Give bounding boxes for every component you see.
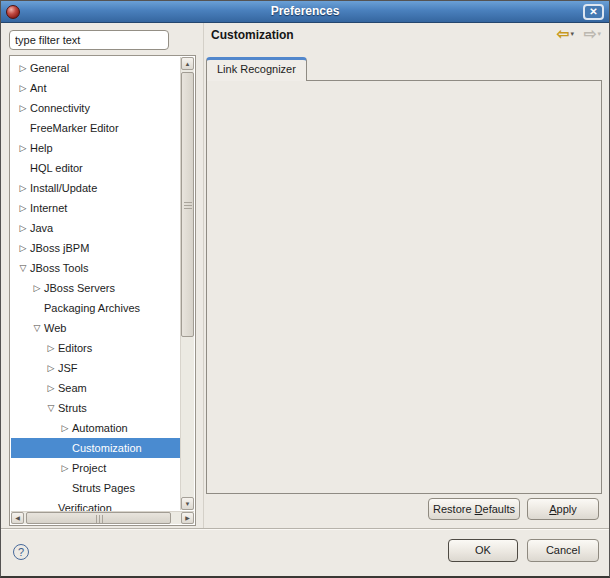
- cancel-button[interactable]: Cancel: [527, 539, 599, 562]
- tree-item-label: Struts Pages: [72, 482, 135, 494]
- tree-item-label: JSF: [58, 362, 78, 374]
- tree-item-seam[interactable]: ▷Seam: [11, 378, 180, 398]
- scroll-up-button[interactable]: ▲: [181, 57, 194, 70]
- collapsed-expander-icon[interactable]: ▷: [16, 58, 30, 78]
- collapsed-expander-icon[interactable]: ▷: [44, 358, 58, 378]
- close-button[interactable]: ✕: [583, 4, 604, 20]
- collapsed-expander-icon[interactable]: ▷: [16, 218, 30, 238]
- tree-item-struts[interactable]: ▽Struts: [11, 398, 180, 418]
- apply-button[interactable]: Apply: [527, 498, 599, 520]
- help-icon: ?: [18, 546, 24, 558]
- tree-item-ant[interactable]: ▷Ant: [11, 78, 180, 98]
- tree-item-hql-editor[interactable]: HQL editor: [11, 158, 180, 178]
- tree-item-label: Java: [30, 222, 53, 234]
- tree-item-label: JBoss Tools: [30, 262, 89, 274]
- tree-item-automation[interactable]: ▷Automation: [11, 418, 180, 438]
- tree-item-connectivity[interactable]: ▷Connectivity: [11, 98, 180, 118]
- tree-item-help[interactable]: ▷Help: [11, 138, 180, 158]
- collapsed-expander-icon[interactable]: ▷: [16, 78, 30, 98]
- left-arrow-icon: ◀: [15, 515, 20, 521]
- vertical-scroll-thumb[interactable]: [181, 72, 194, 337]
- filter-input[interactable]: [9, 30, 169, 50]
- tree-item-freemarker-editor[interactable]: FreeMarker Editor: [11, 118, 180, 138]
- tree-item-label: Install/Update: [30, 182, 97, 194]
- forward-dropdown-icon: ▾: [597, 30, 601, 38]
- tree-item-label: Automation: [72, 422, 128, 434]
- collapsed-expander-icon[interactable]: ▷: [58, 418, 72, 438]
- preference-tree-items: ▷General▷Ant▷ConnectivityFreeMarker Edit…: [11, 58, 180, 511]
- page-title: Customization: [211, 28, 294, 42]
- tab-content-area: [206, 80, 602, 494]
- expanded-expander-icon[interactable]: ▽: [16, 258, 30, 278]
- tree-item-label: Customization: [72, 442, 142, 454]
- forward-arrow-icon: ⇨: [584, 26, 597, 41]
- tree-item-verification[interactable]: Verification: [11, 498, 180, 511]
- collapsed-expander-icon[interactable]: ▷: [30, 278, 44, 298]
- tree-item-java[interactable]: ▷Java: [11, 218, 180, 238]
- collapsed-expander-icon[interactable]: ▷: [16, 238, 30, 258]
- tree-horizontal-scrollbar[interactable]: ◀ ▶: [11, 511, 194, 524]
- tree-item-label: Struts: [58, 402, 87, 414]
- scroll-right-button[interactable]: ▶: [181, 512, 194, 524]
- scroll-down-button[interactable]: ▼: [181, 497, 194, 510]
- restore-defaults-button[interactable]: Restore Defaults: [428, 498, 520, 520]
- footer-separator: [1, 528, 609, 530]
- tree-item-label: JBoss Servers: [44, 282, 115, 294]
- thumb-grip: [102, 515, 103, 523]
- collapsed-expander-icon[interactable]: ▷: [58, 458, 72, 478]
- tree-item-label: Packaging Archives: [44, 302, 140, 314]
- help-button[interactable]: ?: [13, 544, 29, 560]
- tree-item-label: Ant: [30, 82, 47, 94]
- title-bar[interactable]: Preferences ✕: [1, 1, 609, 23]
- tree-item-project[interactable]: ▷Project: [11, 458, 180, 478]
- expanded-expander-icon[interactable]: ▽: [44, 398, 58, 418]
- right-arrow-icon: ▶: [185, 515, 190, 521]
- tree-item-packaging-archives[interactable]: Packaging Archives: [11, 298, 180, 318]
- expanded-expander-icon[interactable]: ▽: [30, 318, 44, 338]
- tree-item-internet[interactable]: ▷Internet: [11, 198, 180, 218]
- tree-item-label: Connectivity: [30, 102, 90, 114]
- up-arrow-icon: ▲: [185, 61, 191, 67]
- tree-item-jsf[interactable]: ▷JSF: [11, 358, 180, 378]
- forward-button[interactable]: ⇨ ▾: [584, 26, 601, 41]
- tree-item-editors[interactable]: ▷Editors: [11, 338, 180, 358]
- thumb-grip: [184, 202, 192, 203]
- collapsed-expander-icon[interactable]: ▷: [44, 338, 58, 358]
- back-arrow-icon: ⇦: [557, 26, 570, 41]
- tree-item-customization[interactable]: Customization: [11, 438, 180, 458]
- horizontal-scroll-thumb[interactable]: [26, 512, 171, 524]
- tree-item-web[interactable]: ▽Web: [11, 318, 180, 338]
- tree-item-general[interactable]: ▷General: [11, 58, 180, 78]
- thumb-grip: [184, 205, 192, 206]
- collapsed-expander-icon[interactable]: ▷: [16, 98, 30, 118]
- tree-item-jboss-servers[interactable]: ▷JBoss Servers: [11, 278, 180, 298]
- tree-item-jboss-jbpm[interactable]: ▷JBoss jBPM: [11, 238, 180, 258]
- tree-item-label: Internet: [30, 202, 67, 214]
- tree-item-label: Web: [44, 322, 66, 334]
- thumb-grip: [96, 515, 97, 523]
- collapsed-expander-icon[interactable]: ▷: [44, 378, 58, 398]
- tree-item-struts-pages[interactable]: Struts Pages: [11, 478, 180, 498]
- collapsed-expander-icon[interactable]: ▷: [16, 178, 30, 198]
- tree-item-label: Seam: [58, 382, 87, 394]
- history-navigation: ⇦ ▾ ⇨ ▾: [557, 26, 601, 41]
- tab-link-recognizer[interactable]: Link Recognizer: [206, 57, 307, 81]
- thumb-grip: [184, 208, 192, 209]
- tree-vertical-scrollbar[interactable]: ▲ ▼: [180, 57, 194, 510]
- back-button[interactable]: ⇦ ▾: [557, 26, 574, 41]
- preference-tree: ▷General▷Ant▷ConnectivityFreeMarker Edit…: [9, 55, 196, 526]
- tree-item-label: Verification: [58, 502, 112, 511]
- tree-item-label: FreeMarker Editor: [30, 122, 119, 134]
- tree-item-install-update[interactable]: ▷Install/Update: [11, 178, 180, 198]
- scroll-left-button[interactable]: ◀: [11, 512, 24, 524]
- tree-item-jboss-tools[interactable]: ▽JBoss Tools: [11, 258, 180, 278]
- tree-item-label: Project: [72, 462, 106, 474]
- tree-item-label: HQL editor: [30, 162, 83, 174]
- down-arrow-icon: ▼: [185, 501, 191, 507]
- tree-item-label: Editors: [58, 342, 92, 354]
- thumb-grip: [99, 515, 100, 523]
- close-icon: ✕: [589, 6, 597, 17]
- collapsed-expander-icon[interactable]: ▷: [16, 138, 30, 158]
- collapsed-expander-icon[interactable]: ▷: [16, 198, 30, 218]
- ok-button[interactable]: OK: [448, 539, 518, 562]
